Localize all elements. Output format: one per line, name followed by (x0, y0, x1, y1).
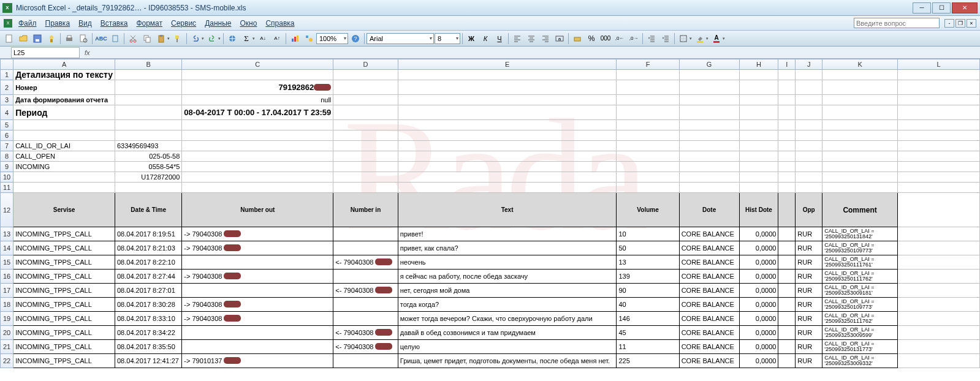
cell[interactable]: CALL_ID_OR_LAI = '250993253009181' (822, 284, 898, 298)
cell[interactable] (897, 70, 979, 80)
cell[interactable] (796, 120, 822, 130)
sort-desc-icon[interactable]: A↑ (270, 32, 284, 45)
cell[interactable] (333, 183, 398, 193)
cell[interactable]: INCOMING_TPPS_CALL (13, 255, 115, 270)
cell[interactable] (617, 183, 679, 193)
table-row[interactable]: 16INCOMING_TPPS_CALL08.04.2017 8:27:44->… (1, 270, 980, 284)
cell[interactable] (679, 141, 739, 151)
cell[interactable] (115, 105, 182, 120)
cell[interactable]: -> 79040308 (182, 312, 333, 326)
row-header[interactable]: 2 (1, 80, 13, 95)
cell[interactable] (115, 95, 182, 105)
cell[interactable] (822, 183, 898, 193)
cell[interactable] (617, 151, 679, 162)
row-header[interactable]: 20 (1, 326, 13, 340)
cell[interactable]: RUR (796, 241, 822, 255)
cell[interactable] (333, 354, 398, 368)
cell[interactable]: Период (13, 105, 115, 120)
select-all[interactable] (1, 59, 13, 70)
cell[interactable] (897, 162, 979, 172)
cell[interactable] (333, 80, 398, 95)
cell[interactable]: -> 79040308 (182, 227, 333, 241)
cell[interactable] (333, 298, 398, 312)
cell[interactable]: 0,0000 (739, 270, 778, 284)
cell[interactable] (897, 227, 979, 241)
cell[interactable]: INCOMING_TPPS_CALL (13, 298, 115, 312)
cell[interactable]: RUR (796, 340, 822, 354)
cell[interactable]: CALL_ID_OR_LAI = '250993250109773' (822, 241, 898, 255)
cell[interactable]: CORE BALANCE (679, 255, 739, 270)
cell[interactable]: RUR (796, 284, 822, 298)
table-row[interactable]: 20INCOMING_TPPS_CALL08.04.2017 8:34:22<-… (1, 326, 980, 340)
cell[interactable] (897, 255, 979, 270)
cell[interactable] (796, 70, 822, 80)
cell[interactable] (778, 326, 796, 340)
col-header[interactable]: C (182, 59, 333, 70)
cell[interactable]: <- 79040308 (333, 284, 398, 298)
currency-icon[interactable] (571, 32, 584, 45)
cell[interactable] (13, 183, 115, 193)
table-row[interactable]: 22INCOMING_TPPS_CALL08.04.2017 12:41:27-… (1, 354, 980, 368)
cell[interactable] (739, 120, 778, 130)
cell[interactable]: 08.04.2017 8:19:51 (115, 227, 182, 241)
cell[interactable] (897, 340, 979, 354)
menu-data[interactable]: Данные (201, 18, 235, 29)
cell[interactable] (333, 95, 398, 105)
cell[interactable] (778, 95, 796, 105)
comma-icon[interactable]: 000 (599, 32, 612, 45)
cell[interactable] (333, 130, 398, 141)
cell[interactable]: 08.04.2017 8:34:22 (115, 326, 182, 340)
cell[interactable] (822, 120, 898, 130)
decrease-indent-icon[interactable] (645, 32, 658, 45)
cell[interactable] (182, 255, 333, 270)
cell[interactable] (115, 183, 182, 193)
cell[interactable]: 0,0000 (739, 312, 778, 326)
cell[interactable] (897, 95, 979, 105)
cell[interactable] (679, 95, 739, 105)
new-icon[interactable] (2, 32, 16, 45)
zoom-combo[interactable]: 100% (316, 33, 348, 44)
help-icon[interactable]: ? (349, 32, 362, 45)
menu-help[interactable]: Справка (262, 18, 298, 29)
table-header[interactable]: Date & Time (115, 193, 182, 227)
cell[interactable]: 139 (617, 270, 679, 284)
cell[interactable] (796, 151, 822, 162)
italic-icon[interactable]: К (479, 32, 492, 45)
col-header[interactable]: I (778, 59, 796, 70)
cell[interactable]: привет! (398, 227, 617, 241)
cell[interactable] (333, 172, 398, 183)
cell[interactable] (778, 340, 796, 354)
table-row[interactable]: 13INCOMING_TPPS_CALL08.04.2017 8:19:51->… (1, 227, 980, 241)
font-color-icon[interactable]: A (710, 32, 723, 45)
decrease-decimal-icon[interactable]: ,0→ (627, 32, 640, 45)
cell[interactable] (822, 172, 898, 183)
cell[interactable]: 0558-54*5 (115, 162, 182, 172)
row-header[interactable]: 6 (1, 130, 13, 141)
cell[interactable]: 025-05-58 (115, 151, 182, 162)
menu-format[interactable]: Формат (132, 18, 166, 29)
table-header[interactable]: Opp (796, 193, 822, 227)
row-header[interactable]: 21 (1, 340, 13, 354)
row-header[interactable]: 12 (1, 193, 13, 227)
cell[interactable] (13, 120, 115, 130)
cell[interactable] (398, 95, 617, 105)
cell[interactable] (897, 120, 979, 130)
cell[interactable] (333, 151, 398, 162)
cell[interactable] (822, 151, 898, 162)
cut-icon[interactable] (126, 32, 140, 45)
cell[interactable]: привет, как спала? (398, 241, 617, 255)
cell[interactable] (897, 354, 979, 368)
font-combo[interactable]: Arial (367, 33, 434, 44)
cell[interactable]: INCOMING_TPPS_CALL (13, 326, 115, 340)
cell[interactable] (333, 312, 398, 326)
cell[interactable] (182, 151, 333, 162)
name-box[interactable]: L25 (11, 47, 80, 58)
cell[interactable] (897, 130, 979, 141)
cell[interactable]: 08.04.2017 8:27:44 (115, 270, 182, 284)
cell[interactable]: null (182, 95, 333, 105)
table-header[interactable]: Hist Dote (739, 193, 778, 227)
row-header[interactable]: 19 (1, 312, 13, 326)
cell[interactable] (182, 326, 333, 340)
cell[interactable] (897, 80, 979, 95)
cell[interactable]: 0,0000 (739, 241, 778, 255)
